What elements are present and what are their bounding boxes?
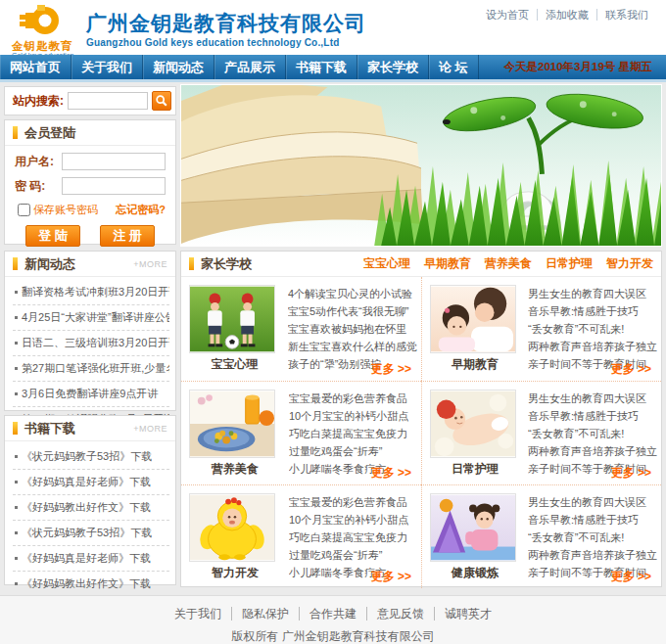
article-link[interactable]: “丢女教育”不可乱来! (528, 320, 657, 338)
article-category[interactable]: 智力开发 (189, 565, 281, 581)
add-favorite-link[interactable]: 添加收藏 (537, 9, 596, 21)
article-link[interactable]: 音乐早教:情感胜于技巧 (528, 511, 657, 529)
login-button[interactable]: 登 陆 (25, 225, 80, 247)
news-item[interactable]: 第27期口笔译强化班开班,少量名额插班 (13, 356, 169, 382)
footer-link-cooperation[interactable]: 合作共建 (299, 607, 366, 621)
baby-chick-costume-illustration (190, 494, 274, 561)
toddler-toys-image[interactable] (430, 493, 516, 562)
more-link[interactable]: 更多 >> (371, 465, 411, 482)
article-link[interactable]: 巧吃白菜提高宝宝免疫力 (289, 425, 417, 442)
baby-red-hat-image[interactable] (430, 390, 516, 458)
more-link[interactable]: 更多 >> (611, 361, 651, 378)
soccer-kids-image[interactable] (189, 285, 275, 353)
nav-parent-school[interactable]: 家长学校 (357, 55, 429, 79)
article-link[interactable]: “丢女教育”不可乱来! (528, 529, 657, 546)
article-link[interactable]: 两种教育声音培养孩子独立 (528, 338, 657, 355)
footer-link-about[interactable]: 关于我们 (165, 607, 231, 621)
article-link[interactable]: 音乐早教:情感胜于技巧 (528, 302, 657, 320)
article-link[interactable]: “丢女教育”不可乱来! (528, 425, 657, 442)
hero-banner-image: e e (180, 84, 662, 247)
book-download-item[interactable]: 《好妈妈真是好老师》下载 (13, 546, 169, 572)
article-category[interactable]: 日常护理 (430, 461, 520, 478)
forgot-password-link[interactable]: 忘记密码? (116, 203, 166, 217)
book-download-panel: 书籍下载 +MORE 《状元妈妈教子53招》下载 《好妈妈真是好老师》下载 《好… (4, 415, 176, 585)
more-link[interactable]: 更多 >> (611, 465, 651, 482)
article-category[interactable]: 宝宝心理 (189, 356, 280, 373)
book-download-item[interactable]: 《状元妈妈教子53招》下载 (13, 444, 169, 470)
article-link[interactable]: 宝宝喜欢被妈妈抱在怀里 (288, 320, 417, 338)
article-link[interactable]: 4个解读宝贝心灵的小试验 (288, 285, 417, 302)
category-link-nutrition[interactable]: 营养美食 (485, 255, 532, 272)
article-link[interactable]: 宝宝5动作代表“我很无聊” (288, 302, 417, 320)
news-item[interactable]: 4月25日“大家讲堂”翻译讲座公告 (13, 305, 169, 331)
search-icon (155, 94, 168, 108)
article-category[interactable]: 健康锻炼 (430, 565, 520, 581)
password-field[interactable] (62, 177, 166, 195)
news-more-link[interactable]: +MORE (133, 259, 167, 269)
book-download-item[interactable]: 《好妈妈真是好老师》下载 (13, 470, 169, 495)
username-label: 用户名: (15, 154, 62, 170)
register-button[interactable]: 注 册 (100, 225, 155, 247)
article-link[interactable]: 男生女生的教育四大误区 (528, 285, 657, 302)
article-link[interactable]: 两种教育声音培养孩子独立 (528, 442, 657, 460)
book-download-item[interactable]: 《好妈妈教出好作文》下载 (13, 495, 169, 521)
company-title-block: 广州金钥匙教育科技有限公司 Guangzhou Gold keys educat… (86, 13, 366, 48)
contact-us-link[interactable]: 联系我们 (596, 9, 656, 21)
news-item[interactable]: 翻译资格考试冲刺班3月20日开课 (13, 280, 169, 305)
more-link[interactable]: 更多 >> (371, 569, 411, 585)
article-link[interactable]: 巧吃白菜提高宝宝免疫力 (289, 529, 417, 546)
nav-products[interactable]: 产品展示 (214, 55, 286, 79)
parent-school-panel: 家长学校 宝宝心理 早期教育 营养美食 日常护理 智力开发 (180, 251, 662, 587)
copyright-text: 版权所有 广州金钥匙教育科技有限公司 (0, 628, 666, 644)
remember-checkbox[interactable] (18, 204, 30, 216)
search-input[interactable] (68, 92, 148, 110)
nav-forum[interactable]: 论 坛 (429, 55, 479, 79)
article-link[interactable]: 过量吃鸡蛋会“折寿” (289, 546, 417, 564)
category-link-intelligence[interactable]: 智力开发 (606, 255, 653, 272)
article-category[interactable]: 营养美食 (189, 461, 281, 478)
article-link[interactable]: 男生女生的教育四大误区 (528, 493, 657, 511)
remember-label[interactable]: 保存账号密码 (33, 203, 98, 217)
footer-link-jobs[interactable]: 诚聘英才 (434, 607, 501, 621)
article-link[interactable]: 过量吃鸡蛋会“折寿” (289, 442, 417, 460)
nav-about[interactable]: 关于我们 (71, 55, 143, 79)
company-name-en: Guangzhou Gold keys education technology… (86, 37, 366, 48)
nav-news[interactable]: 新闻动态 (143, 55, 214, 79)
book-download-item[interactable]: 《好妈妈教出好作文》下载 (13, 572, 169, 597)
article-link[interactable]: 宝宝最爱的彩色营养食品 (289, 390, 417, 407)
nav-home[interactable]: 网站首页 (0, 55, 71, 79)
more-link[interactable]: 更多 >> (371, 361, 411, 378)
books-more-link[interactable]: +MORE (133, 424, 167, 434)
search-button[interactable] (152, 91, 171, 111)
article-link[interactable]: 新生宝宝喜欢什么样的感觉 (288, 338, 417, 355)
article-category[interactable]: 早期教育 (430, 356, 520, 373)
login-panel-header: 会员登陆 (5, 120, 175, 146)
article-link[interactable]: 两种教育声音培养孩子独立 (528, 546, 657, 564)
news-item[interactable]: 日语二、三级培训班3月20日开课 (13, 331, 169, 356)
article-link[interactable]: 男生女生的教育四大误区 (528, 390, 657, 407)
book-download-item[interactable]: 《状元妈妈教子53招》下载 (13, 521, 169, 546)
category-link-early-edu[interactable]: 早期教育 (424, 255, 471, 272)
more-link[interactable]: 更多 >> (611, 569, 651, 585)
mother-child-image[interactable] (430, 285, 516, 353)
article-card-health: 健康锻炼 男生女生的教育四大误区 音乐早教:情感胜于技巧 “丢女教育”不可乱来!… (421, 484, 661, 588)
article-link[interactable]: 音乐早教:情感胜于技巧 (528, 407, 657, 425)
footer-link-feedback[interactable]: 意见反馈 (366, 607, 434, 621)
password-label: 密 码: (15, 178, 62, 195)
article-link[interactable]: 10个月宝宝的补钙小甜点 (289, 407, 417, 425)
article-link[interactable]: 宝宝最爱的彩色营养食品 (289, 493, 417, 511)
footer-link-privacy[interactable]: 隐私保护 (231, 607, 299, 621)
set-homepage-link[interactable]: 设为首页 (478, 9, 537, 21)
news-item[interactable]: 3月6日免费翻译讲座9点开讲 (13, 382, 169, 407)
nav-books[interactable]: 书籍下载 (286, 55, 357, 79)
footer-links: 关于我们隐私保护合作共建意见反馈诚聘英才 (0, 606, 666, 622)
news-list: 翻译资格考试冲刺班3月20日开课 4月25日“大家讲堂”翻译讲座公告 日语二、三… (5, 277, 175, 433)
username-field[interactable] (62, 153, 166, 170)
food-plate-illustration (190, 391, 274, 457)
article-link[interactable]: 10个月宝宝的补钙小甜点 (289, 511, 417, 529)
food-plate-image[interactable] (189, 390, 275, 458)
category-link-baby-psych[interactable]: 宝宝心理 (363, 255, 410, 272)
category-link-daily-care[interactable]: 日常护理 (546, 255, 593, 272)
baby-chick-costume-image[interactable] (189, 493, 275, 562)
section-bar-icon (13, 257, 18, 270)
